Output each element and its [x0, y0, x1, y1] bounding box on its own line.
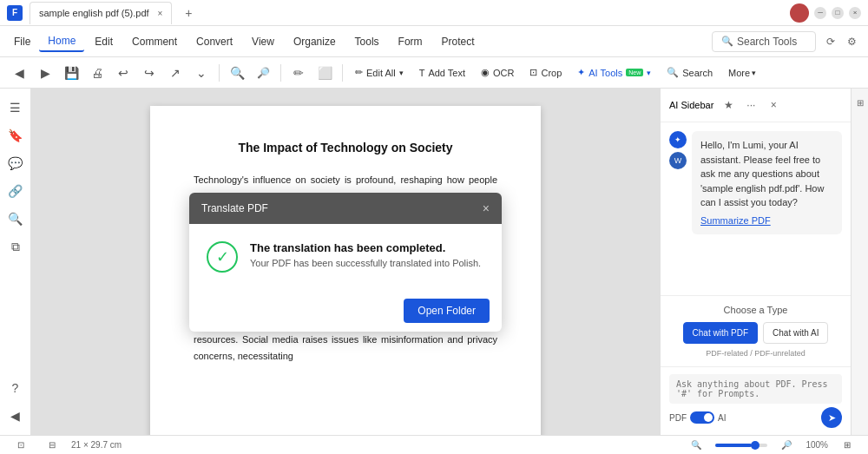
back-button[interactable]: ◀ — [7, 61, 31, 85]
status-zoom-out[interactable]: 🔍 — [684, 433, 708, 455]
status-page-icon[interactable]: ⊡ — [9, 433, 33, 455]
ai-greeting-text: Hello, I'm Lumi, your AI assistant. Plea… — [700, 140, 824, 207]
crop-label: Crop — [541, 68, 562, 78]
zoom-dot — [751, 441, 760, 450]
status-bar: ⊡ ⊟ 21 × 29.7 cm 🔍 🔎 100% ⊞ — [0, 435, 868, 454]
toggle-dot — [704, 413, 713, 422]
search-button[interactable]: 🔍 Search — [660, 63, 720, 82]
menu-protect[interactable]: Protect — [433, 32, 483, 51]
zoom-out-button[interactable]: 🔍 — [225, 61, 249, 85]
menu-organize[interactable]: Organize — [285, 32, 345, 51]
new-tab-button[interactable]: + — [179, 3, 198, 23]
menu-bar: File Home Edit Comment Convert View Orga… — [0, 26, 868, 57]
dialog-overlay: Translate PDF × ✓ The translation has be… — [31, 89, 660, 435]
chat-with-pdf-button[interactable]: Chat with PDF — [683, 322, 758, 344]
redo-button[interactable]: ↪ — [137, 61, 161, 85]
pdf-ai-toggle[interactable] — [690, 411, 714, 424]
sidebar-help-icon[interactable]: ? — [3, 376, 28, 400]
sidebar-links-icon[interactable]: 🔗 — [3, 179, 28, 203]
dialog-body: ✓ The translation has been completed. Yo… — [189, 224, 502, 290]
menu-home[interactable]: Home — [39, 31, 84, 52]
chat-with-ai-button[interactable]: Chat with AI — [763, 322, 828, 344]
ai-tools-label: AI Tools — [589, 68, 622, 78]
search-icon: 🔍 — [667, 67, 679, 78]
zoom-in-button[interactable]: 🔎 — [251, 61, 275, 85]
edit-all-label: Edit All — [366, 68, 396, 78]
close-window-button[interactable]: × — [849, 7, 861, 19]
ai-label: AI — [718, 413, 726, 423]
minimize-button[interactable]: ─ — [814, 7, 826, 19]
app-icon: F — [7, 5, 23, 21]
highlight-button[interactable]: ✏ — [286, 61, 311, 85]
menu-edit[interactable]: Edit — [86, 32, 122, 51]
maximize-button[interactable]: □ — [832, 7, 844, 19]
ai-sidebar-icons: ★ ··· × — [719, 95, 783, 115]
menu-view[interactable]: View — [243, 32, 283, 51]
ai-send-button[interactable]: ➤ — [821, 407, 842, 428]
page-dimensions: 21 × 29.7 cm — [71, 440, 122, 450]
type-note: PDF-related / PDF-unrelated — [669, 349, 842, 358]
share-button[interactable]: ↗ — [163, 61, 187, 85]
save-button[interactable]: 💾 — [59, 61, 83, 85]
open-folder-button[interactable]: Open Folder — [404, 299, 490, 323]
rect-button[interactable]: ⬜ — [312, 61, 337, 85]
search-tools-box[interactable]: 🔍 Search Tools — [712, 31, 816, 52]
sidebar-bookmarks-icon[interactable]: 🔖 — [3, 123, 28, 148]
toolbar: ◀ ▶ 💾 🖨 ↩ ↪ ↗ ⌄ 🔍 🔎 ✏ ⬜ ✏ Edit All ▾ T A… — [0, 57, 868, 89]
ai-star-icon[interactable]: ★ — [719, 95, 738, 115]
edit-all-button[interactable]: ✏ Edit All ▾ — [348, 63, 411, 82]
ai-greeting-bubble: Hello, I'm Lumi, your AI assistant. Plea… — [692, 131, 842, 234]
ai-logo-icon: ✦ — [669, 131, 687, 148]
more-arrow-icon: ▾ — [752, 69, 756, 77]
ai-sidebar-title: AI Sidebar — [669, 100, 713, 110]
zoom-fill — [715, 444, 752, 447]
tab-close-icon[interactable]: × — [158, 9, 163, 18]
menu-file[interactable]: File — [7, 32, 37, 51]
zoom-slider[interactable] — [715, 444, 767, 447]
far-right-icon-1[interactable]: ⊞ — [853, 95, 867, 109]
toolbar-sep-1 — [219, 64, 220, 82]
ai-close-icon[interactable]: × — [764, 95, 783, 115]
toolbar-sep-3 — [342, 64, 343, 82]
ai-tools-button[interactable]: ✦ AI Tools New ▾ — [570, 63, 658, 82]
status-zoom-in[interactable]: 🔎 — [774, 433, 799, 455]
print-button[interactable]: 🖨 — [85, 61, 109, 85]
ai-tools-icon: ✦ — [577, 67, 585, 78]
tab[interactable]: sample english pdf (5).pdf × — [30, 2, 172, 24]
status-view-icon[interactable]: ⊟ — [40, 433, 64, 455]
toolbar-nav-group: ◀ ▶ 💾 🖨 ↩ ↪ ↗ ⌄ — [7, 61, 214, 85]
forward-button[interactable]: ▶ — [33, 61, 57, 85]
ocr-icon: ◉ — [481, 67, 490, 78]
sidebar-nav-icon[interactable]: ◀ — [3, 404, 28, 428]
crop-button[interactable]: ⊡ Crop — [523, 63, 569, 82]
sidebar-layers-icon[interactable]: ⧉ — [3, 234, 28, 259]
ai-input-field[interactable] — [669, 374, 842, 404]
settings-icon[interactable]: ⚙ — [842, 32, 861, 51]
search-tools-label: Search Tools — [737, 36, 797, 48]
search-icon: 🔍 — [721, 36, 733, 47]
translate-dialog: Translate PDF × ✓ The translation has be… — [189, 193, 502, 332]
search-label: Search — [682, 68, 713, 78]
add-text-button[interactable]: T Add Text — [412, 64, 472, 82]
sidebar-search-icon[interactable]: 🔍 — [3, 207, 28, 231]
summarize-link[interactable]: Summarize PDF — [700, 214, 833, 228]
dialog-footer: Open Folder — [189, 290, 502, 332]
ai-dots-icon[interactable]: ··· — [741, 95, 760, 115]
ai-choose-type-section: Choose a Type Chat with PDF Chat with AI… — [661, 295, 851, 366]
add-text-label: Add Text — [428, 68, 465, 78]
dialog-close-button[interactable]: × — [483, 201, 490, 215]
menu-convert[interactable]: Convert — [187, 32, 241, 51]
ocr-button[interactable]: ◉ OCR — [474, 63, 521, 82]
menu-tools[interactable]: Tools — [346, 32, 388, 51]
menu-form[interactable]: Form — [390, 32, 431, 51]
sidebar-comments-icon[interactable]: 💬 — [3, 151, 28, 175]
menu-comment[interactable]: Comment — [123, 32, 186, 51]
sidebar-pages-icon[interactable]: ☰ — [3, 95, 28, 120]
refresh-icon[interactable]: ⟳ — [821, 32, 840, 51]
undo-button[interactable]: ↩ — [111, 61, 135, 85]
more-nav-icon[interactable]: ⌄ — [189, 61, 214, 85]
ai-sidebar: AI Sidebar ★ ··· × ✦ W Hello, I'm Lumi, … — [660, 89, 851, 435]
more-button[interactable]: More ▾ — [721, 64, 763, 82]
status-fit-icon[interactable]: ⊞ — [835, 433, 859, 455]
pdf-toggle-row: PDF AI — [669, 411, 726, 424]
